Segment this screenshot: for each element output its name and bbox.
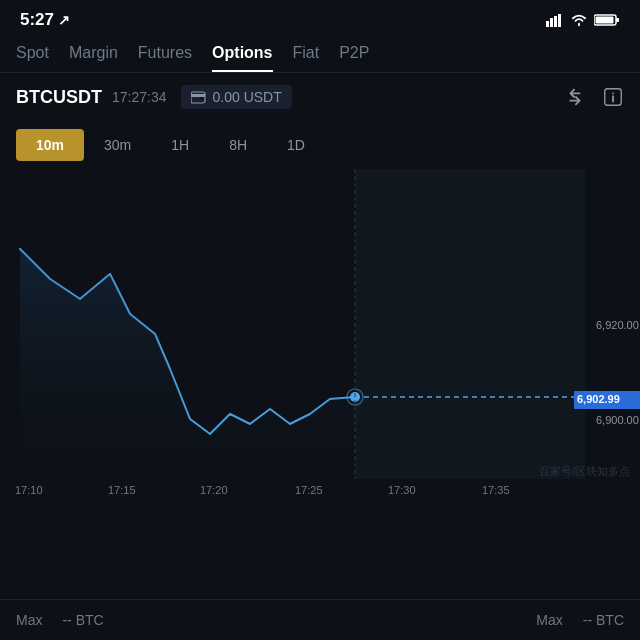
- ticker-balance: 0.00 USDT: [181, 85, 292, 109]
- info-icon[interactable]: [602, 86, 624, 108]
- bottom-right-label1: Max: [536, 612, 562, 628]
- price-current-label: 6,902.99: [577, 393, 620, 405]
- svg-rect-8: [191, 94, 205, 97]
- battery-icon: [594, 13, 620, 27]
- price-low-label: 6,900.00: [596, 414, 639, 426]
- svg-rect-1: [550, 18, 553, 27]
- price-high-label: 6,920.00: [596, 319, 639, 331]
- status-time: 5:27 ↗: [20, 10, 70, 30]
- tab-spot[interactable]: Spot: [16, 44, 49, 72]
- bottom-left-label1: Max: [16, 612, 42, 628]
- location-icon: ↗: [58, 12, 70, 28]
- status-icons: [546, 13, 620, 27]
- svg-rect-3: [558, 14, 561, 27]
- ticker-symbol: BTCUSDT: [16, 87, 102, 108]
- tab-fiat[interactable]: Fiat: [293, 44, 320, 72]
- time-label-1730: 17:30: [388, 484, 416, 496]
- ticker-row: BTCUSDT 17:27:34 0.00 USDT: [0, 73, 640, 121]
- ticker-actions: [564, 86, 624, 108]
- tab-futures[interactable]: Futures: [138, 44, 192, 72]
- tab-margin[interactable]: Margin: [69, 44, 118, 72]
- svg-point-12: [612, 92, 614, 94]
- bottom-right: Max -- BTC: [536, 612, 624, 628]
- svg-rect-14: [355, 169, 585, 479]
- timefilter-10m[interactable]: 10m: [16, 129, 84, 161]
- ticker-time: 17:27:34: [112, 89, 167, 105]
- svg-point-9: [200, 97, 203, 100]
- nav-tabs: Spot Margin Futures Options Fiat P2P: [0, 36, 640, 73]
- bottom-bar: Max -- BTC Max -- BTC: [0, 599, 640, 640]
- timefilter-1d[interactable]: 1D: [267, 129, 325, 161]
- time-label-1725: 17:25: [295, 484, 323, 496]
- bottom-left-label2: -- BTC: [62, 612, 103, 628]
- timefilter-30m[interactable]: 30m: [84, 129, 151, 161]
- watermark: 百家号/区块知多点: [539, 464, 630, 479]
- wifi-icon: [570, 13, 588, 27]
- tab-options[interactable]: Options: [212, 44, 272, 72]
- time-label-1715: 17:15: [108, 484, 136, 496]
- time-label-1735: 17:35: [482, 484, 510, 496]
- status-bar: 5:27 ↗: [0, 0, 640, 36]
- signal-icon: [546, 13, 564, 27]
- time-label-1720: 17:20: [200, 484, 228, 496]
- svg-rect-2: [554, 16, 557, 27]
- balance-value: 0.00 USDT: [213, 89, 282, 105]
- svg-rect-6: [596, 17, 614, 24]
- timefilter-1h[interactable]: 1H: [151, 129, 209, 161]
- wallet-icon: [191, 90, 207, 104]
- svg-rect-5: [616, 18, 619, 22]
- chart-area: 6,920.00 6,902.99 6,900.00 17:10 17:15 1…: [0, 169, 640, 529]
- time-label-1710: 17:10: [15, 484, 43, 496]
- time-display: 5:27: [20, 10, 54, 30]
- tab-p2p[interactable]: P2P: [339, 44, 369, 72]
- bottom-right-label2: -- BTC: [583, 612, 624, 628]
- bottom-left: Max -- BTC: [16, 612, 104, 628]
- transfer-icon[interactable]: [564, 86, 586, 108]
- timefilter-8h[interactable]: 8H: [209, 129, 267, 161]
- time-filters: 10m 30m 1H 8H 1D: [0, 121, 640, 169]
- svg-rect-0: [546, 21, 549, 27]
